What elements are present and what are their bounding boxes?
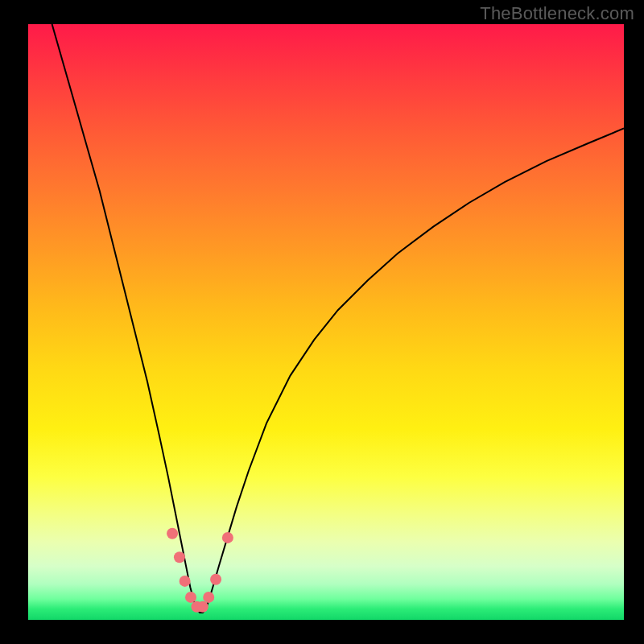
bottleneck-curve xyxy=(52,24,624,613)
curve-marker xyxy=(197,601,208,613)
curve-marker xyxy=(222,532,233,543)
curve-svg xyxy=(28,24,624,620)
curve-marker xyxy=(185,592,196,603)
plot-background xyxy=(28,24,624,620)
watermark-text: TheBottleneck.com xyxy=(480,3,634,24)
curve-marker xyxy=(180,576,191,587)
curve-markers xyxy=(167,528,233,613)
chart-frame: TheBottleneck.com xyxy=(0,0,644,644)
curve-marker xyxy=(203,592,214,603)
curve-marker xyxy=(174,551,185,563)
curve-marker xyxy=(210,574,221,585)
curve-marker xyxy=(167,528,178,539)
